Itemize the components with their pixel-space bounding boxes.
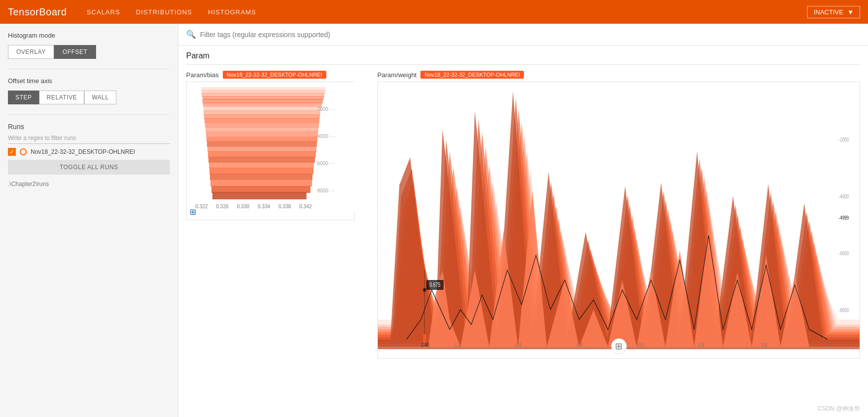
svg-text:0.338: 0.338 (278, 204, 291, 209)
svg-text:4000: 4000 (317, 134, 329, 139)
watermark: CSDN @神洛华 (817, 405, 860, 413)
run-color-circle (20, 148, 27, 155)
divider-1 (8, 69, 170, 69)
svg-rect-10 (204, 118, 319, 123)
svg-rect-24 (212, 192, 306, 199)
param-bias-chart: 0.322 0.326 0.330 0.334 0.338 0.342 2000… (186, 82, 355, 220)
param-weight-chart: -1.6 -1.40 -1.2 -0.8 -0.4 0.0 0.4 0.8 1.… (377, 82, 860, 359)
svg-text:-1.6: -1.6 (393, 342, 400, 348)
param-bias-title: Param/bias (186, 71, 219, 79)
svg-text:2000: 2000 (317, 106, 329, 112)
histogram-mode-section: Histogram mode OVERLAY OFFSET (8, 32, 170, 59)
svg-text:-1.40: -1.40 (420, 342, 429, 348)
svg-rect-67 (423, 334, 426, 342)
svg-text:-6000: -6000 (839, 250, 849, 257)
mode-offset-button[interactable]: OFFSET (54, 45, 96, 59)
content-inner: Param Param/bias Nov18_22-32-32_DESKTOP-… (178, 46, 868, 365)
svg-rect-22 (210, 180, 312, 186)
app-header: TensorBoard SCALARS DISTRIBUTIONS HISTOG… (0, 0, 868, 24)
mode-buttons-group: OVERLAY OFFSET (8, 45, 170, 59)
svg-rect-7 (204, 106, 321, 111)
svg-rect-11 (205, 123, 319, 128)
svg-rect-18 (208, 157, 315, 163)
runs-filter-label: Write a regex to filter runs (8, 135, 170, 144)
histogram-mode-label: Histogram mode (8, 32, 170, 39)
svg-rect-17 (208, 151, 316, 157)
svg-rect-8 (204, 110, 320, 115)
search-bar: 🔍 (178, 24, 868, 46)
svg-text:-0.4: -0.4 (576, 342, 583, 348)
divider-2 (8, 114, 170, 115)
sidebar: Histogram mode OVERLAY OFFSET Offset tim… (0, 24, 178, 417)
svg-rect-15 (207, 141, 317, 147)
svg-text:-0.8: -0.8 (514, 342, 521, 348)
nav-distributions[interactable]: DISTRIBUTIONS (136, 6, 192, 18)
param-weight-container: Param/weight Nov18_22-32-32_DESKTOP-OHLN… (377, 71, 860, 359)
status-button[interactable]: INACTIVE ▼ (807, 6, 860, 18)
svg-text:0.675: 0.675 (430, 282, 441, 288)
svg-text:-4000: -4000 (839, 193, 849, 200)
svg-text:0.330: 0.330 (237, 204, 249, 209)
svg-text:0.8: 0.8 (762, 342, 767, 348)
svg-text:0.326: 0.326 (216, 204, 228, 209)
mode-overlay-button[interactable]: OVERLAY (8, 45, 54, 59)
main-nav: SCALARS DISTRIBUTIONS HISTOGRAMS (87, 6, 256, 18)
svg-text:-1.2: -1.2 (454, 342, 460, 348)
param-weight-run-badge: Nov18_22-32-32_DESKTOP-OHLNREI (420, 71, 524, 79)
svg-rect-13 (206, 132, 318, 137)
charts-row: Param/bias Nov18_22-32-32_DESKTOP-OHLNRE… (186, 71, 860, 359)
svg-rect-23 (211, 186, 310, 193)
svg-rect-6 (203, 102, 322, 107)
run-item: ✓ Nov18_22-32-32_DESKTOP-OHLNREI (8, 148, 170, 156)
runs-section: Runs Write a regex to filter runs ✓ Nov1… (8, 123, 170, 187)
param-bias-svg: 0.322 0.326 0.330 0.334 0.338 0.342 2000… (187, 82, 355, 211)
time-buttons-group: STEP RELATIVE WALL (8, 91, 170, 104)
svg-text:0.342: 0.342 (299, 204, 311, 209)
param-weight-title: Param/weight (377, 71, 416, 79)
run-name-label: Nov18_22-32-32_DESKTOP-OHLNREI (31, 148, 135, 155)
app-logo: TensorBoard (8, 6, 67, 18)
run-checkbox[interactable]: ✓ (8, 148, 16, 156)
svg-rect-20 (209, 168, 313, 174)
param-bias-expand-icon[interactable]: ⊞ (190, 207, 196, 217)
svg-rect-21 (210, 174, 312, 180)
search-icon: 🔍 (186, 30, 196, 39)
main-layout: Histogram mode OVERLAY OFFSET Offset tim… (0, 24, 868, 417)
param-bias-run-badge: Nov18_22-32-32_DESKTOP-OHLNREI (223, 71, 326, 79)
offset-time-label: Offset time axis (8, 77, 170, 85)
svg-text:0.334: 0.334 (257, 204, 270, 209)
time-step-button[interactable]: STEP (8, 91, 39, 104)
dropdown-chevron-icon: ▼ (847, 8, 854, 16)
header-right: INACTIVE ▼ (807, 6, 860, 18)
svg-text:-2000: -2000 (839, 137, 849, 143)
checkmark-icon: ✓ (9, 148, 14, 155)
nav-scalars[interactable]: SCALARS (87, 6, 120, 18)
nav-histograms[interactable]: HISTOGRAMS (208, 6, 256, 18)
param-bias-title-row: Param/bias Nov18_22-32-32_DESKTOP-OHLNRE… (186, 71, 369, 79)
svg-text:1.2: 1.2 (824, 342, 830, 348)
svg-rect-16 (207, 146, 316, 152)
svg-rect-9 (204, 114, 320, 119)
param-weight-expand-icon[interactable]: ⊞ (611, 338, 627, 354)
runs-label: Runs (8, 123, 170, 131)
svg-rect-12 (205, 127, 318, 132)
param-bias-container: Param/bias Nov18_22-32-32_DESKTOP-OHLNRE… (186, 71, 369, 359)
toggle-all-runs-button[interactable]: TOGGLE ALL RUNS (8, 160, 170, 175)
data-path-label: .\Chapter2\runs (8, 181, 170, 187)
svg-text:0.322: 0.322 (195, 204, 207, 209)
svg-point-64 (423, 288, 426, 292)
content-area: 🔍 Param Param/bias Nov18_22-32-32_DESKTO… (178, 24, 868, 417)
time-relative-button[interactable]: RELATIVE (39, 91, 84, 104)
param-weight-svg: -1.6 -1.40 -1.2 -0.8 -0.4 0.0 0.4 0.8 1.… (378, 82, 860, 349)
offset-time-section: Offset time axis STEP RELATIVE WALL (8, 77, 170, 104)
svg-text:0.4: 0.4 (699, 342, 705, 348)
time-wall-button[interactable]: WALL (84, 91, 116, 104)
section-title: Param (186, 51, 860, 65)
svg-text:-8000: -8000 (839, 307, 849, 314)
tag-filter-input[interactable] (200, 31, 860, 39)
param-weight-title-row: Param/weight Nov18_22-32-32_DESKTOP-OHLN… (377, 71, 860, 79)
svg-text:0.0: 0.0 (638, 342, 643, 348)
svg-text:6000: 6000 (317, 161, 329, 166)
svg-text:-4999: -4999 (839, 215, 849, 221)
svg-text:8000: 8000 (317, 188, 329, 193)
